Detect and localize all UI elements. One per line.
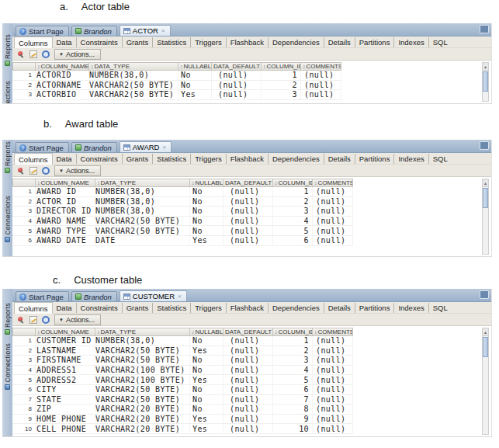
table-row[interactable]: 1 CUSTOMER ID NUMBER(38,0) No (null) 1 (…: [12, 336, 353, 346]
table-row[interactable]: 7 STATE VARCHAR2(50 BYTE) No (null) 7 (n…: [12, 395, 353, 405]
pin-icon[interactable]: [17, 50, 25, 58]
object-subtab[interactable]: SQL: [429, 303, 452, 313]
sidebar-tab-connections[interactable]: Connections: [2, 343, 12, 390]
table-row[interactable]: 1 AWARD ID NUMBER(38,0) No (null) 1 (nul…: [12, 187, 353, 197]
scrollbar-thumb[interactable]: [483, 337, 488, 357]
header-column-id[interactable]: ↕COLUMN_ID: [273, 179, 313, 187]
object-subtab[interactable]: Data: [53, 303, 77, 313]
edit-icon[interactable]: [29, 316, 37, 324]
table-row[interactable]: 6 AWARD DATE DATE Yes (null) 6 (null): [12, 236, 353, 246]
table-row[interactable]: 3 ACTORBIO VARCHAR2(50 BYTE) Yes (null) …: [12, 90, 341, 100]
table-row[interactable]: 6 CITY VARCHAR2(50 BYTE) No (null) 6 (nu…: [12, 385, 353, 395]
object-subtab[interactable]: Indexes: [394, 154, 428, 164]
header-nullable[interactable]: ↕NULLABLE: [190, 179, 224, 187]
header-data-type[interactable]: ↕DATA_TYPE: [95, 179, 190, 187]
object-subtab[interactable]: Dependencies: [269, 37, 324, 47]
object-subtab[interactable]: Dependencies: [269, 154, 324, 164]
document-tab[interactable]: CUSTOMER ×: [120, 290, 187, 301]
refresh-icon[interactable]: [42, 167, 50, 175]
sidebar-tab-reports[interactable]: Reports: [2, 34, 12, 66]
document-tab[interactable]: Start Page ×: [16, 291, 69, 301]
refresh-icon[interactable]: [42, 50, 50, 58]
header-comments[interactable]: ↕COMMENTS: [301, 62, 341, 71]
close-icon[interactable]: ×: [161, 28, 165, 34]
scrollbar-thumb[interactable]: [483, 71, 488, 92]
object-subtab[interactable]: Grants: [123, 154, 154, 164]
table-row[interactable]: 8 ZIP VARCHAR2(20 BYTE) No (null) 8 (nul…: [12, 405, 353, 415]
object-subtab[interactable]: Details: [324, 37, 355, 47]
object-subtab[interactable]: Columns: [14, 36, 53, 48]
object-subtab[interactable]: Grants: [123, 37, 154, 47]
object-subtab[interactable]: Statistics: [153, 37, 191, 47]
scrollbar-thumb[interactable]: [483, 188, 488, 208]
actions-button[interactable]: ▼ Actions...: [54, 49, 101, 60]
object-subtab[interactable]: Partitions: [355, 303, 395, 313]
header-comments[interactable]: ↕COMMENTS: [313, 179, 353, 187]
header-data-type[interactable]: ↕DATA_TYPE: [89, 62, 178, 71]
tab-overflow-button[interactable]: [480, 290, 489, 299]
object-subtab[interactable]: Triggers: [191, 303, 227, 313]
object-subtab[interactable]: Columns: [14, 302, 53, 314]
object-subtab[interactable]: Data: [53, 37, 77, 47]
object-subtab[interactable]: SQL: [429, 37, 452, 47]
table-row[interactable]: 3 DIRECTOR ID NUMBER(38,0) No (null) 3 (…: [12, 207, 353, 217]
object-subtab[interactable]: Partitions: [355, 154, 395, 164]
object-subtab[interactable]: Dependencies: [269, 303, 324, 313]
object-subtab[interactable]: SQL: [429, 154, 452, 164]
object-subtab[interactable]: Triggers: [191, 154, 227, 164]
document-tab[interactable]: Brandon ×: [71, 26, 117, 36]
object-subtab[interactable]: Flashback: [227, 154, 269, 164]
header-data-default[interactable]: DATA_DEFAULT: [224, 328, 273, 336]
scroll-up-icon[interactable]: ▲: [483, 328, 488, 336]
header-rownum[interactable]: [12, 62, 36, 71]
table-row[interactable]: 4 AWARD NAME VARCHAR2(50 BYTE) No (null)…: [12, 217, 353, 227]
table-row[interactable]: 2 LASTNAME VARCHAR2(50 BYTE) Yes (null) …: [12, 346, 353, 356]
table-row[interactable]: 9 HOME PHONE VARCHAR2(20 BYTE) Yes (null…: [12, 415, 353, 425]
edit-icon[interactable]: [29, 50, 37, 58]
sidebar-tab-connections[interactable]: Connections: [2, 196, 12, 242]
table-row[interactable]: 3 FIRSTNAME VARCHAR2(50 BYTE) No (null) …: [12, 356, 353, 366]
header-column-name[interactable]: ↕COLUMN_NAME: [36, 328, 95, 336]
table-row[interactable]: 5 AWARD TYPE VARCHAR2(50 BYTE) No (null)…: [12, 226, 353, 236]
sidebar-tab-reports[interactable]: Reports: [2, 303, 12, 335]
tab-overflow-button[interactable]: [480, 25, 489, 33]
actions-button[interactable]: ▼ Actions...: [54, 165, 101, 176]
header-data-default[interactable]: DATA_DEFAULT: [224, 179, 273, 187]
header-rownum[interactable]: [12, 328, 36, 336]
sidebar-tab-connections[interactable]: Connections: [2, 81, 12, 103]
header-comments[interactable]: ↕COMMENTS: [313, 328, 353, 336]
object-subtab[interactable]: Triggers: [191, 37, 227, 47]
refresh-icon[interactable]: [42, 316, 50, 324]
table-row[interactable]: 2 ACTORNAME VARCHAR2(50 BYTE) No (null) …: [12, 81, 341, 91]
vertical-scrollbar[interactable]: ▲: [482, 179, 489, 255]
document-tab[interactable]: AWARD ×: [120, 141, 172, 152]
close-icon[interactable]: ×: [162, 144, 166, 151]
pin-icon[interactable]: [17, 316, 25, 324]
object-subtab[interactable]: Partitions: [355, 37, 395, 47]
table-row[interactable]: 1 ACTORID NUMBER(38,0) No (null) 1 (null…: [12, 71, 341, 81]
object-subtab[interactable]: Indexes: [394, 303, 428, 313]
header-rownum[interactable]: [12, 179, 36, 187]
pin-icon[interactable]: [17, 167, 25, 175]
table-row[interactable]: 2 ACTOR ID NUMBER(38,0) No (null) 2 (nul…: [12, 197, 353, 207]
scroll-up-icon[interactable]: ▲: [483, 63, 488, 71]
actions-button[interactable]: ▼ Actions...: [54, 314, 101, 325]
header-column-name[interactable]: ↕COLUMN_NAME: [36, 179, 95, 187]
tab-overflow-button[interactable]: [480, 141, 489, 150]
object-subtab[interactable]: Grants: [123, 303, 154, 313]
document-tab[interactable]: Start Page ×: [16, 142, 69, 152]
object-subtab[interactable]: Details: [324, 154, 355, 164]
object-subtab[interactable]: Flashback: [227, 303, 269, 313]
object-subtab[interactable]: Flashback: [227, 37, 269, 47]
object-subtab[interactable]: Statistics: [153, 303, 191, 313]
document-tab[interactable]: Start Page ×: [16, 26, 69, 36]
object-subtab[interactable]: Constraints: [77, 303, 123, 313]
header-column-id[interactable]: ↕COLUMN_ID: [262, 62, 301, 71]
header-nullable[interactable]: ↕NULLABLE: [190, 328, 224, 336]
table-row[interactable]: 5 ADDRESS2 VARCHAR2(100 BYTE) Yes (null)…: [12, 375, 353, 385]
close-icon[interactable]: ×: [178, 293, 182, 300]
vertical-scrollbar[interactable]: ▲: [482, 62, 489, 102]
table-row[interactable]: 4 ADDRESS1 VARCHAR2(100 BYTE) No (null) …: [12, 366, 353, 376]
object-subtab[interactable]: Details: [324, 303, 355, 313]
scroll-up-icon[interactable]: ▲: [483, 179, 488, 187]
